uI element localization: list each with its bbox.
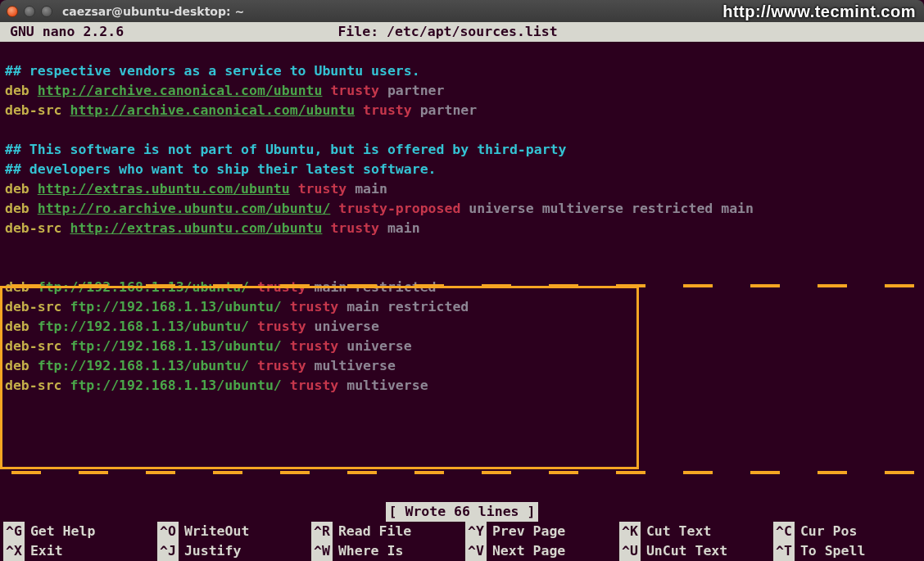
shortcut-prev-page: ^YPrev Page	[462, 522, 616, 541]
blank-line[interactable]	[2, 258, 922, 278]
nano-status-message: [ Wrote 66 lines ]	[386, 502, 539, 522]
terminal-area[interactable]: GNU nano 2.2.6 File: /etc/apt/sources.li…	[0, 22, 924, 561]
sources-line[interactable]: deb ftp://192.168.1.13/ubuntu/ trusty un…	[2, 317, 922, 337]
nano-shortcuts: ^GGet Help^OWriteOut^RRead File^YPrev Pa…	[0, 522, 924, 561]
sources-line[interactable]: deb http://ro.archive.ubuntu.com/ubuntu/…	[2, 199, 922, 219]
shortcut-key: ^J	[157, 541, 179, 561]
sources-line[interactable]: deb ftp://192.168.1.13/ubuntu/ trusty mu…	[2, 356, 922, 376]
comment-line[interactable]: ## developers who want to ship their lat…	[2, 160, 922, 179]
nano-status-row: [ Wrote 66 lines ]	[0, 502, 924, 522]
shortcut-label: Get Help	[30, 522, 95, 541]
sources-line[interactable]: deb http://archive.canonical.com/ubuntu …	[2, 81, 922, 101]
nano-appname: GNU nano 2.2.6	[5, 22, 124, 42]
shortcut-key: ^O	[157, 522, 179, 541]
shortcut-key: ^W	[311, 541, 333, 561]
shortcut-label: Exit	[30, 541, 63, 561]
sources-line[interactable]: deb ftp://192.168.1.13/ubuntu/ trusty ma…	[2, 278, 922, 297]
close-icon[interactable]	[7, 6, 18, 17]
window-titlebar[interactable]: caezsar@ubuntu-desktop: ~ http://www.tec…	[0, 0, 924, 22]
comment-line[interactable]: ## This software is not part of Ubuntu, …	[2, 140, 922, 160]
shortcut-key: ^K	[619, 522, 641, 541]
comment-line[interactable]: ## respective vendors as a service to Ub…	[2, 61, 922, 81]
blank-line[interactable]	[2, 120, 922, 140]
shortcut-justify: ^JJustify	[154, 541, 308, 561]
shortcut-where-is: ^WWhere Is	[308, 541, 462, 561]
window-title: caezsar@ubuntu-desktop: ~	[62, 5, 244, 18]
shortcut-label: Next Page	[492, 541, 565, 561]
shortcut-key: ^V	[465, 541, 487, 561]
sources-line[interactable]: deb-src ftp://192.168.1.13/ubuntu/ trust…	[2, 337, 922, 356]
shortcut-label: To Spell	[800, 541, 865, 561]
shortcut-key: ^R	[311, 522, 333, 541]
nano-filename: File: /etc/apt/sources.list	[124, 22, 772, 42]
shortcut-uncut-text: ^UUnCut Text	[616, 541, 770, 561]
shortcut-key: ^C	[773, 522, 795, 541]
shortcut-to-spell: ^TTo Spell	[770, 541, 924, 561]
nano-header: GNU nano 2.2.6 File: /etc/apt/sources.li…	[0, 22, 924, 42]
editor-content[interactable]: ## respective vendors as a service to Ub…	[0, 61, 924, 396]
terminal-window: caezsar@ubuntu-desktop: ~ http://www.tec…	[0, 0, 924, 561]
shortcut-read-file: ^RRead File	[308, 522, 462, 541]
shortcut-next-page: ^VNext Page	[462, 541, 616, 561]
window-controls	[7, 6, 52, 17]
sources-line[interactable]: deb-src ftp://192.168.1.13/ubuntu/ trust…	[2, 297, 922, 317]
shortcut-exit: ^XExit	[0, 541, 154, 561]
shortcut-cut-text: ^KCut Text	[616, 522, 770, 541]
shortcut-label: Where Is	[338, 541, 403, 561]
shortcut-label: Cut Text	[646, 522, 711, 541]
sources-line[interactable]: deb http://extras.ubuntu.com/ubuntu trus…	[2, 179, 922, 199]
shortcut-cur-pos: ^CCur Pos	[770, 522, 924, 541]
sources-line[interactable]: deb-src ftp://192.168.1.13/ubuntu/ trust…	[2, 376, 922, 396]
shortcut-label: WriteOut	[184, 522, 249, 541]
shortcut-label: UnCut Text	[646, 541, 727, 561]
shortcut-get-help: ^GGet Help	[0, 522, 154, 541]
shortcut-key: ^T	[773, 541, 795, 561]
annotation-ticks-bottom	[0, 469, 924, 476]
maximize-icon[interactable]	[41, 6, 52, 17]
watermark-url: http://www.tecmint.com	[722, 2, 916, 21]
sources-line[interactable]: deb-src http://archive.canonical.com/ubu…	[2, 101, 922, 120]
minimize-icon[interactable]	[24, 6, 35, 17]
shortcut-label: Prev Page	[492, 522, 565, 541]
shortcut-key: ^U	[619, 541, 641, 561]
shortcut-writeout: ^OWriteOut	[154, 522, 308, 541]
shortcut-label: Justify	[184, 541, 242, 561]
shortcut-key: ^Y	[465, 522, 487, 541]
shortcut-label: Cur Pos	[800, 522, 858, 541]
shortcut-key: ^G	[3, 522, 25, 541]
blank-line[interactable]	[2, 238, 922, 258]
shortcut-label: Read File	[338, 522, 411, 541]
shortcut-key: ^X	[3, 541, 25, 561]
sources-line[interactable]: deb-src http://extras.ubuntu.com/ubuntu …	[2, 219, 922, 238]
